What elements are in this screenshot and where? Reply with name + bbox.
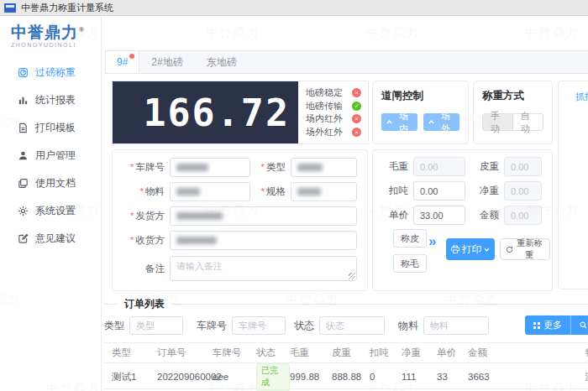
gate-button-label: 场外	[437, 110, 454, 135]
gate-inside-button[interactable]: 场内	[381, 113, 417, 131]
tab-9[interactable]: 9#	[106, 51, 139, 73]
print-template-icon	[18, 123, 29, 133]
amount-input[interactable]	[504, 206, 542, 225]
spec-label: *规格	[250, 185, 291, 198]
gate-control-card: 道闸控制 场内 场外	[372, 81, 469, 144]
cell-net: 111	[402, 372, 437, 382]
material-label: *物料	[123, 185, 170, 198]
sidebar-item-label: 用户管理	[35, 149, 76, 163]
col-type: 类型	[112, 347, 157, 359]
gross-input[interactable]	[413, 157, 465, 176]
gate-outside-button[interactable]: 场外	[423, 113, 459, 131]
cell-type: 测试1	[112, 371, 157, 383]
unit-price-label: 单价	[383, 209, 408, 222]
trademark-mark: ®	[79, 26, 85, 34]
mode-manual-option[interactable]: 手动	[482, 113, 513, 131]
col-gross: 毛重	[290, 347, 332, 359]
status-label: 地磅稳定	[306, 86, 343, 99]
gear-icon	[18, 206, 29, 216]
scale-status-list: 地磅稳定 地磅传输 场内红外 场外红外	[298, 81, 368, 143]
net-input[interactable]	[504, 181, 542, 201]
scale-icon	[18, 67, 29, 78]
plate-label: *车牌号	[123, 161, 170, 174]
app-logo-icon	[4, 3, 16, 13]
reweigh-button[interactable]: 重新称重	[500, 238, 550, 260]
sidebar-item-label: 意见建议	[35, 232, 76, 246]
button-label: 重新称重	[515, 237, 544, 261]
edit-icon	[18, 233, 29, 244]
scale-display-panel: 166.72 地磅稳定 地磅传输 场内红外 场外红外	[112, 81, 369, 144]
grid-dots-icon	[533, 322, 540, 329]
sidebar-item-feedback[interactable]: 意见建议	[0, 225, 101, 253]
filter-type-input[interactable]	[129, 316, 183, 335]
type-input[interactable]	[291, 158, 357, 177]
sidebar-item-users[interactable]: 用户管理	[0, 142, 101, 169]
alert-dot-icon	[129, 54, 134, 59]
sidebar-item-label: 过磅称重	[35, 65, 76, 80]
search-button[interactable]: 搜索	[570, 315, 588, 335]
status-label: 场内红外	[306, 112, 343, 125]
sidebar-item-docs[interactable]: 使用文档	[0, 169, 101, 197]
sidebar-item-settings[interactable]: 系统设置	[0, 197, 101, 225]
remark-textarea[interactable]	[170, 256, 357, 281]
sidebar-item-print-templates[interactable]: 打印模板	[0, 114, 101, 142]
tare-label: 皮重	[474, 160, 499, 173]
tab-label: 9#	[117, 56, 128, 68]
weigh-values-card: 毛重 皮重 扣吨 净重 单价 金额 称皮 称毛 打印 重新称重	[372, 149, 553, 291]
masked-value	[297, 164, 323, 171]
filter-status-input[interactable]	[319, 316, 385, 335]
sidebar-item-label: 打印模板	[35, 121, 76, 135]
chevron-up-icon	[428, 120, 434, 124]
mode-auto-option[interactable]: 自动	[512, 113, 543, 131]
chevron-down-icon	[484, 248, 490, 252]
status-error-icon	[352, 88, 361, 97]
status-label: 场外红外	[306, 126, 343, 138]
receiver-input[interactable]	[170, 231, 357, 250]
status-scale-stable: 地磅稳定	[306, 86, 361, 99]
weigh-gross-button[interactable]: 称毛	[393, 254, 427, 273]
tare-input[interactable]	[504, 157, 542, 176]
mode-option-label: 手动	[491, 110, 505, 135]
tab-2-dibang[interactable]: 2#地磅	[139, 51, 194, 73]
filter-material-input[interactable]	[423, 316, 489, 335]
spec-input[interactable]	[291, 182, 357, 201]
col-plate: 车牌号	[213, 347, 256, 359]
material-input[interactable]	[170, 182, 250, 201]
more-button[interactable]: 更多	[525, 315, 570, 335]
status-error-icon	[352, 128, 361, 137]
status-infrared-outside: 场外红外	[306, 126, 361, 138]
weigh-tare-button[interactable]: 称皮	[393, 229, 427, 248]
required-mark: *	[261, 162, 265, 172]
sidebar-item-reports[interactable]: 统计报表	[0, 86, 101, 114]
watermark-text: 中誉鼎力	[206, 25, 260, 41]
print-button[interactable]: 打印	[446, 238, 495, 260]
masked-value	[176, 164, 208, 171]
orders-section-title: 订单列表	[124, 297, 165, 311]
status-badge: 已完成	[256, 363, 290, 390]
plate-input[interactable]	[170, 158, 250, 177]
table-row[interactable]: 测试1 202209060002 eee 已完成 999.88 888.88 0…	[104, 363, 588, 389]
weigh-mode-title: 称重方式	[482, 89, 543, 103]
app-window: 中誉鼎力称重计量系统 中誉鼎力® ZHONGYUDINGLI 过磅称重 统计报表	[0, 0, 588, 391]
window-title: 中誉鼎力称重计量系统	[21, 2, 113, 14]
form-row: 备注	[123, 255, 357, 282]
unit-price-input[interactable]	[413, 206, 465, 225]
gate-button-label: 场内	[395, 110, 412, 135]
snapshot-panel-label[interactable]: 抓拍	[575, 91, 588, 102]
field-label: 规格	[266, 186, 286, 196]
tab-dong-dibang[interactable]: 东地磅	[195, 51, 249, 73]
sender-input[interactable]	[170, 206, 357, 226]
cell-gross: 999.88	[290, 372, 332, 382]
deduct-input[interactable]	[413, 181, 465, 201]
printer-icon	[451, 245, 459, 253]
window-titlebar: 中誉鼎力称重计量系统	[0, 0, 588, 16]
status-ok-icon	[352, 102, 361, 111]
col-deduct: 扣吨	[370, 347, 402, 359]
sidebar-item-weighing[interactable]: 过磅称重	[0, 59, 101, 86]
filter-plate-input[interactable]	[232, 316, 286, 335]
button-label: 打印	[462, 243, 481, 256]
required-mark: *	[130, 211, 134, 221]
sidebar-item-label: 系统设置	[35, 204, 76, 218]
field-label: 备注	[145, 263, 165, 274]
masked-value	[176, 237, 217, 244]
